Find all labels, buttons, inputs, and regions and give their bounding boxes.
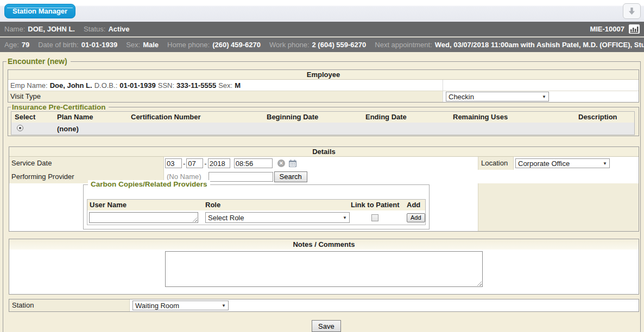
station-selected: Waiting Room (135, 302, 179, 310)
notes-section: Notes / Comments (9, 239, 639, 295)
carbon-copies-table: User Name Role Link to Patient Add Selec… (87, 199, 426, 225)
location-cell: Corporate Office ▼ (514, 157, 639, 170)
station-section: Station Waiting Room ▼ (9, 299, 639, 312)
emp-ssn-value: 333-11-5555 (176, 81, 216, 90)
provider-search-input[interactable] (209, 172, 273, 182)
location-select[interactable]: Corporate Office ▼ (515, 158, 610, 168)
add-provider-button[interactable]: Add (407, 213, 425, 222)
service-year-input[interactable] (208, 158, 230, 168)
dob-label: Date of birth: (38, 41, 78, 49)
emp-sex-value: M (235, 81, 241, 90)
work-phone-value: 2 (604) 559-6270 (312, 41, 367, 49)
visit-type-selected: Checkin (449, 93, 474, 101)
service-date-cell: - - ✕ (164, 157, 478, 170)
visit-type-label: Visit Type (8, 91, 443, 102)
insurance-section: Select Plan Name Certification Number Be… (8, 107, 639, 136)
location-label: Location (478, 157, 514, 170)
precert-plan-name: (none) (55, 125, 129, 133)
details-right-filler (478, 183, 639, 231)
emp-dob-value: 01-01-1939 (119, 81, 156, 90)
station-select[interactable]: Waiting Room ▼ (132, 301, 229, 310)
col-select: Select (11, 112, 55, 123)
provider-search-button[interactable]: Search (274, 171, 307, 182)
date-separator: - (204, 159, 206, 168)
visit-type-select[interactable]: Checkin ▼ (446, 92, 549, 101)
insurance-data-row: (none) (11, 123, 634, 135)
encounter-legend: Encounter (new) (7, 57, 71, 66)
col-ending-date: Ending Date (363, 112, 451, 123)
date-separator: - (183, 159, 185, 168)
employee-info-row: Emp Name: Doe, John L. D.O.B.: 01-01-193… (8, 80, 639, 91)
calendar-icon[interactable] (288, 159, 297, 168)
carbon-header-row: User Name Role Link to Patient Add (87, 200, 425, 210)
sex-value: Male (143, 41, 159, 49)
col-description: Description (576, 112, 634, 123)
patient-name: DOE, JOHN L. (28, 25, 75, 33)
download-button[interactable] (623, 3, 641, 19)
employee-info-cell: Emp Name: Doe, John L. D.O.B.: 01-01-193… (8, 80, 443, 91)
download-icon (628, 7, 636, 15)
col-cert-number: Certification Number (129, 112, 264, 123)
age-label: Age: (4, 41, 19, 49)
patient-status: Active (108, 25, 129, 33)
save-button[interactable]: Save (312, 320, 341, 332)
insurance-header-row: Select Plan Name Certification Number Be… (11, 112, 634, 123)
carbon-copies-row: Carbon Copies/Related Providers User Nam… (9, 183, 639, 231)
service-date-label: Service Date (9, 157, 164, 170)
role-selected: Select Role (208, 214, 244, 222)
insurance-legend: Insurance Pre-Certification (11, 103, 109, 111)
emp-sex-label: Sex: (218, 81, 232, 90)
visit-type-row: Visit Type Checkin ▼ (8, 91, 639, 102)
station-label: Station (9, 299, 130, 311)
col-link-to-patient: Link to Patient (349, 200, 405, 210)
next-appt-value: Wed, 03/07/2018 11:00am with Ashish Pate… (435, 41, 644, 49)
name-label: Name: (4, 25, 25, 33)
dob-value: 01-01-1939 (81, 41, 118, 49)
col-add: Add (405, 200, 425, 210)
age-value: 79 (22, 41, 29, 49)
link-to-patient-checkbox[interactable] (371, 214, 378, 221)
carbon-data-row: Select Role ▼ Add (87, 210, 425, 225)
user-name-input[interactable] (89, 212, 198, 223)
home-phone-value: (260) 459-6270 (212, 41, 261, 49)
clear-date-icon[interactable]: ✕ (277, 159, 285, 167)
insurance-table: Select Plan Name Certification Number Be… (11, 111, 635, 135)
demographics-bar: Age: 79 Date of birth: 01-01-1939 Sex: M… (0, 37, 644, 52)
details-header: Details (9, 147, 639, 157)
col-user-name: User Name (87, 200, 203, 210)
role-select[interactable]: Select Role ▼ (205, 212, 350, 223)
chevron-down-icon: ▼ (222, 303, 226, 308)
next-appt-label: Next appointment: (375, 41, 432, 49)
emp-name-label: Emp Name: (10, 81, 48, 90)
notes-textarea[interactable] (165, 251, 483, 287)
col-remaining-uses: Remaining Uses (451, 112, 576, 123)
chart-id: MIE-10007 (590, 25, 624, 33)
service-time-input[interactable] (234, 158, 273, 168)
sex-label: Sex: (126, 41, 140, 49)
service-date-row: Service Date - - ✕ Location Corporate Of… (9, 157, 639, 170)
carbon-copies-fieldset: Carbon Copies/Related Providers User Nam… (83, 184, 430, 229)
performing-provider-cell: (No Name) Search (164, 171, 478, 182)
provider-empty-text: (No Name) (167, 173, 201, 181)
station-manager-button[interactable]: Station Manager (4, 4, 75, 18)
employee-header: Employee (8, 70, 639, 80)
work-phone-label: Work phone: (269, 41, 309, 49)
chevron-down-icon: ▼ (343, 215, 347, 220)
details-section: Details Service Date - - ✕ Location Corp… (9, 146, 639, 232)
col-plan-name: Plan Name (55, 112, 129, 123)
chevron-down-icon: ▼ (603, 161, 607, 166)
precert-none-radio[interactable] (17, 125, 23, 131)
carbon-copies-legend: Carbon Copies/Related Providers (88, 180, 210, 188)
top-bar: Station Manager (0, 0, 644, 22)
service-day-input[interactable] (186, 158, 203, 168)
emp-ssn-label: SSN: (158, 81, 174, 90)
emp-name-value: Doe, John L. (50, 81, 92, 90)
col-role: Role (203, 200, 349, 210)
notes-header: Notes / Comments (9, 239, 639, 250)
col-beginning-date: Beginning Date (264, 112, 363, 123)
emp-dob-label: D.O.B.: (94, 81, 118, 90)
service-month-input[interactable] (165, 158, 182, 168)
home-phone-label: Home phone: (167, 41, 210, 49)
flowsheet-chart-icon[interactable] (629, 24, 640, 34)
chevron-down-icon: ▼ (542, 94, 546, 99)
